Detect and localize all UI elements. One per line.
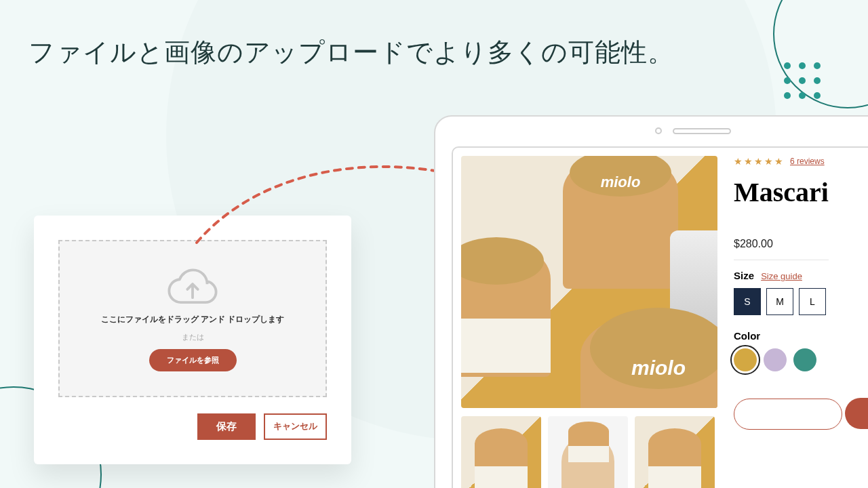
tablet-camera-icon [655,127,662,134]
cancel-button[interactable]: キャンセル [264,413,327,440]
size-guide-link[interactable]: Size guide [761,271,802,281]
color-swatch-lilac[interactable] [764,348,787,371]
reviews-link[interactable]: 6 reviews [790,157,825,166]
product-price: $280.00 [734,238,868,250]
size-option-l[interactable]: L [799,288,826,315]
secondary-action-button[interactable] [734,399,842,430]
tablet-speaker-icon [673,128,731,134]
thumbnail-3[interactable] [635,416,715,488]
product-title: Mascari [734,176,868,208]
size-option-s[interactable]: S [734,288,761,315]
primary-action-button[interactable] [845,398,868,429]
tablet-frame: miolo miolo ★★★★★ 6 reviews Mascari $280… [434,115,868,488]
color-swatch-teal[interactable] [793,348,816,371]
brand-text: miolo [563,174,678,191]
size-option-m[interactable]: M [766,288,793,315]
dropzone[interactable]: ここにファイルをドラッグ アンド ドロップします または ファイルを参照 [58,240,327,397]
decorative-dots [784,62,821,99]
product-main-image[interactable]: miolo miolo [461,156,717,408]
upload-card: ここにファイルをドラッグ アンド ドロップします または ファイルを参照 保存 … [34,216,351,464]
dropzone-text: ここにファイルをドラッグ アンド ドロップします [101,314,285,325]
divider [734,260,829,260]
star-icons: ★★★★★ [734,156,785,167]
thumbnail-2[interactable] [548,416,628,488]
color-swatch-gold[interactable] [734,348,757,371]
save-button[interactable]: 保存 [197,413,256,440]
thumbnail-1[interactable] [461,416,541,488]
cloud-upload-icon [166,266,219,307]
browse-files-button[interactable]: ファイルを参照 [149,349,237,371]
color-label: Color [734,330,868,342]
size-label: Size Size guide [734,270,868,281]
product-gallery: miolo miolo [461,156,717,488]
page-headline: ファイルと画像のアップロードでより多くの可能性。 [28,34,674,71]
dropzone-or: または [182,332,204,342]
brand-text-2: miolo [580,357,717,380]
rating-row: ★★★★★ 6 reviews [734,156,868,167]
